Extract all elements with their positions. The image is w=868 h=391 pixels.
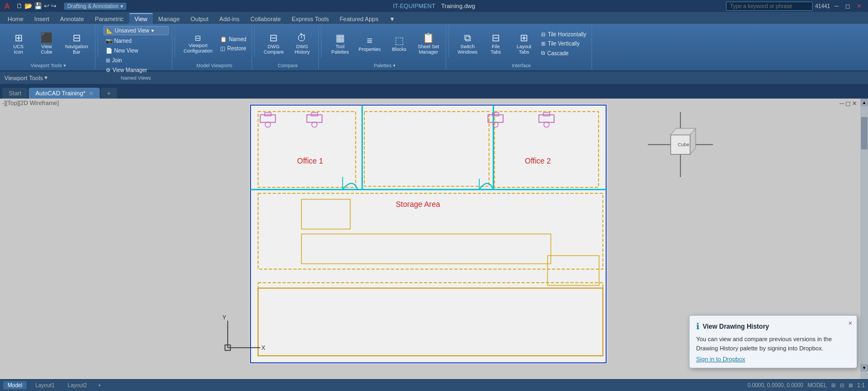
view-manager-label: View Manager xyxy=(113,67,147,73)
properties-btn[interactable]: ≡ Properties xyxy=(355,34,384,54)
add-layout-btn[interactable]: + xyxy=(95,381,103,389)
ucs-icon-btn[interactable]: ⊞ UCSIcon xyxy=(5,31,31,57)
switch-windows-label: SwitchWindows xyxy=(458,44,478,55)
tab-insert[interactable]: Insert xyxy=(29,14,55,24)
status-model-indicator: MODEL xyxy=(808,382,827,388)
tab-extra[interactable]: ▼ xyxy=(384,14,401,24)
tab-addins[interactable]: Add-ins xyxy=(214,14,245,24)
layout-tabs-btn[interactable]: ⊞ LayoutTabs xyxy=(511,31,537,57)
doc-tab-new[interactable]: + xyxy=(101,88,117,99)
view-manager-icon: ⚙ xyxy=(106,67,111,73)
viewport-controls[interactable]: ─ ◻ ✕ xyxy=(839,100,857,107)
tab-output[interactable]: Output xyxy=(185,14,214,24)
file-tabs-btn[interactable]: ⊟ FileTabs xyxy=(483,31,509,57)
navigation-bar-btn[interactable]: ⊟ NavigationBar xyxy=(62,31,92,57)
tab-expresstools[interactable]: Express Tools xyxy=(286,14,334,24)
restore-button[interactable]: ◻ xyxy=(843,3,852,10)
svg-text:Cube: Cube xyxy=(678,142,690,147)
join-btn[interactable]: ⊞ Join xyxy=(104,56,169,64)
titlebar-right: 41441 ─ ◻ ✕ xyxy=(577,2,864,11)
new-view-icon: 📄 xyxy=(106,48,112,54)
named-vprt-btn[interactable]: 📋 Named xyxy=(218,35,248,43)
tool-palettes-btn[interactable]: ▦ ToolPalettes xyxy=(327,31,353,57)
file-tabs-icon: ⊟ xyxy=(492,33,500,43)
layout2-tab[interactable]: Layout2 xyxy=(63,381,92,389)
palettes-items: ▦ ToolPalettes ≡ Properties ⬚ Blocks 📋 S… xyxy=(327,26,442,62)
tab-annotate[interactable]: Annotate xyxy=(55,14,89,24)
cascade-btn[interactable]: ⧉ Cascade xyxy=(539,49,588,57)
model-tab[interactable]: Model xyxy=(3,381,27,389)
tab-view[interactable]: View xyxy=(129,13,153,24)
restore-icon: ◫ xyxy=(220,45,225,51)
workspace-selector[interactable]: Drafting & Annotation ▾ xyxy=(64,3,126,10)
sheet-set-mgr-icon: 📋 xyxy=(422,33,434,43)
switch-windows-btn[interactable]: ⧉ SwitchWindows xyxy=(454,31,481,57)
canvas-area[interactable]: -][Top][2D Wireframe] xyxy=(0,99,868,379)
doc-tab-training-label: AutoCAD Training* xyxy=(35,90,85,96)
close-button[interactable]: ✕ xyxy=(854,3,864,10)
search-input[interactable] xyxy=(726,2,813,11)
viewport-tools-dropdown-arrow: ▾ xyxy=(44,74,48,81)
dwg-history-btn[interactable]: ⏱ DWGHistory xyxy=(289,31,315,57)
tab-parametric[interactable]: Parametric xyxy=(89,14,129,24)
named-views-group-label: Named Views xyxy=(121,74,151,81)
view-cube-btn[interactable]: ⬛ ViewCube xyxy=(34,31,60,57)
doc-tab-training-close[interactable]: ✕ xyxy=(89,90,93,96)
view-cube-label: ViewCube xyxy=(41,44,53,55)
viewport-minimize[interactable]: ─ xyxy=(839,100,844,107)
tile-vertical-btn[interactable]: ⊞ Tile Vertically xyxy=(539,40,588,48)
tab-home[interactable]: Home xyxy=(2,14,29,24)
viewport-restore[interactable]: ◻ xyxy=(845,100,851,107)
new-view-btn[interactable]: 📄 New View xyxy=(104,47,169,55)
popup-dropbox-link[interactable]: Sign in to Dropbox xyxy=(696,356,745,362)
view-manager-btn[interactable]: ⚙ View Manager xyxy=(104,66,169,74)
tab-featuredapps[interactable]: Featured Apps xyxy=(334,14,384,24)
views-dropdown[interactable]: 📐 Unsaved View ▾ xyxy=(104,26,169,35)
doc-tab-start[interactable]: Start xyxy=(2,88,28,99)
separator-4 xyxy=(321,25,322,57)
blocks-btn[interactable]: ⬚ Blocks xyxy=(386,34,412,54)
separator-2 xyxy=(175,25,175,57)
tile-horizontal-icon: ⊟ xyxy=(541,31,545,37)
dwg-compare-btn[interactable]: ⊟ DWGCompare xyxy=(260,31,287,57)
tab-collaborate[interactable]: Collaborate xyxy=(245,14,286,24)
doc-tab-autocad-training[interactable]: AutoCAD Training* ✕ xyxy=(29,88,99,99)
cascade-icon: ⧉ xyxy=(541,50,545,56)
scrollbar-thumb[interactable] xyxy=(861,117,867,149)
quick-access-toolbar[interactable]: 🗋 📂 💾 ↩ ↪ xyxy=(16,2,56,10)
viewport-config-btn[interactable]: ⊟ ViewportConfiguration xyxy=(181,32,216,56)
interface-items: ⧉ SwitchWindows ⊟ FileTabs ⊞ LayoutTabs … xyxy=(454,26,588,62)
layout1-tab[interactable]: Layout1 xyxy=(31,381,59,389)
popup-close-btn[interactable]: × xyxy=(848,319,852,327)
right-scrollbar[interactable]: ▲ ▼ xyxy=(860,99,868,379)
popup-title: View Drawing History xyxy=(703,323,769,330)
scrollbar-down-btn[interactable]: ▼ xyxy=(860,364,868,372)
restore-label: Restore xyxy=(227,45,246,51)
ucs-icon-label: UCSIcon xyxy=(13,44,23,55)
viewport-config-label: ViewportConfiguration xyxy=(184,43,213,54)
ribbon-panel: ⊞ UCSIcon ⬛ ViewCube ⊟ NavigationBar Vie… xyxy=(0,24,868,71)
tile-horizontal-btn[interactable]: ⊟ Tile Horizontally xyxy=(539,30,588,38)
restore-btn[interactable]: ◫ Restore xyxy=(218,44,248,53)
switch-windows-icon: ⧉ xyxy=(464,33,471,43)
titlebar-left: A 🗋 📂 💾 ↩ ↪ Drafting & Annotation ▾ xyxy=(4,2,291,10)
view-drawing-history-popup: ℹ View Drawing History × You can view an… xyxy=(689,315,857,368)
ortho-toggle[interactable]: ⊠ xyxy=(848,382,853,388)
tile-vertical-icon: ⊞ xyxy=(541,41,545,47)
title-center: IT-EQUIPMENT Training.dwg xyxy=(291,3,577,9)
tool-palettes-icon: ▦ xyxy=(336,33,345,43)
tab-manage[interactable]: Manage xyxy=(153,14,185,24)
view-cube-icon: ⬛ xyxy=(41,33,53,43)
grid-toggle[interactable]: ⊞ xyxy=(831,382,835,388)
scrollbar-up-btn[interactable]: ▲ xyxy=(860,99,868,106)
sheet-set-mgr-btn[interactable]: 📋 Sheet SetManager xyxy=(414,31,442,57)
ribbon-group-interface: ⧉ SwitchWindows ⊟ FileTabs ⊞ LayoutTabs … xyxy=(451,25,592,69)
minimize-button[interactable]: ─ xyxy=(832,3,841,9)
user-id: 41441 xyxy=(815,3,830,9)
named-view-btn[interactable]: 📷 Named xyxy=(104,37,169,45)
viewport-close[interactable]: ✕ xyxy=(852,100,857,107)
new-view-label: New View xyxy=(114,48,138,54)
cascade-label: Cascade xyxy=(547,50,568,56)
viewport-tools-label[interactable]: Viewport Tools ▾ xyxy=(4,74,48,81)
snap-toggle[interactable]: ⊟ xyxy=(840,382,844,388)
